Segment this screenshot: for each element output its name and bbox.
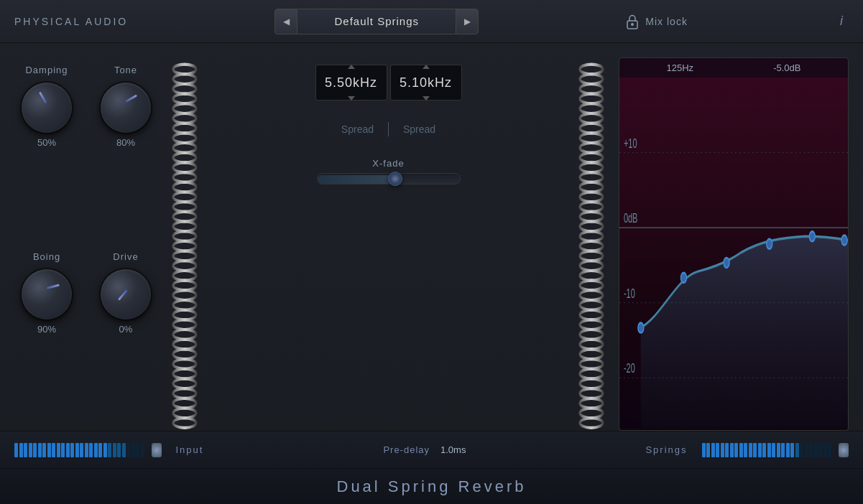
brand-name: PHYSICAL AUDIO <box>14 16 128 27</box>
meter-bar <box>781 443 785 457</box>
boing-value: 90% <box>37 324 56 335</box>
springs-label: Springs <box>645 444 687 455</box>
meter-bar <box>814 443 818 457</box>
meter-bar <box>89 443 93 457</box>
meter-bar <box>716 443 719 457</box>
freq-box-left[interactable]: 5.50kHz <box>315 65 387 101</box>
meter-bar <box>75 443 79 457</box>
meter-bar <box>711 443 715 457</box>
meter-bar <box>749 443 752 457</box>
svg-point-27 <box>173 310 196 320</box>
meter-bar <box>136 443 139 457</box>
freq-box-right[interactable]: 5.10kHz <box>390 65 462 101</box>
meter-bar <box>108 443 111 457</box>
meter-bar <box>706 443 710 457</box>
boing-group: Boing 90% <box>14 251 79 431</box>
svg-text:-10: -10 <box>624 286 635 301</box>
svg-point-19 <box>173 231 196 241</box>
boing-label: Boing <box>33 251 60 262</box>
svg-point-90 <box>841 235 847 246</box>
drive-value: 0% <box>119 324 133 335</box>
svg-point-16 <box>173 202 196 212</box>
freq-right-down-arrow[interactable] <box>423 96 430 101</box>
svg-point-62 <box>580 290 603 300</box>
svg-point-59 <box>580 261 603 271</box>
meter-bar <box>19 443 23 457</box>
freq-right-up-arrow[interactable] <box>423 65 430 69</box>
springs-meter-thumb[interactable] <box>839 443 849 457</box>
left-spring <box>169 57 201 431</box>
boing-knob[interactable] <box>22 269 72 319</box>
meter-bar <box>730 443 734 457</box>
meter-bar <box>818 443 822 457</box>
svg-point-64 <box>580 310 603 320</box>
freq-right-value: 5.10kHz <box>400 75 452 90</box>
meter-bar <box>702 443 706 457</box>
meter-bar <box>753 443 757 457</box>
predelay-label: Pre-delay <box>383 444 430 455</box>
svg-point-86 <box>680 273 686 283</box>
svg-point-89 <box>809 231 815 241</box>
svg-text:-20: -20 <box>624 360 635 375</box>
input-label: Input <box>176 444 204 455</box>
tone-knob[interactable] <box>101 83 151 133</box>
freq-left-down-arrow[interactable] <box>348 96 355 101</box>
meter-bar <box>52 443 55 457</box>
eq-canvas[interactable]: +10 0dB -10 -20 <box>619 78 848 428</box>
springs-meter-bars <box>702 443 832 457</box>
meter-bar <box>24 443 27 457</box>
meter-bar <box>117 443 121 457</box>
svg-point-25 <box>173 290 196 300</box>
mix-lock-label: Mix lock <box>645 16 688 27</box>
mix-lock-button[interactable]: Mix lock <box>625 13 688 30</box>
lock-icon <box>625 13 640 30</box>
plugin-container: PHYSICAL AUDIO ◀ Default Springs ▶ Mix l… <box>0 0 863 504</box>
tone-group: Tone 80% <box>93 65 158 244</box>
spread-container: Spread Spread <box>327 122 450 136</box>
svg-point-17 <box>173 212 196 222</box>
next-preset-button[interactable]: ▶ <box>456 9 479 34</box>
input-meter-group <box>14 443 162 457</box>
drive-knob[interactable] <box>101 269 151 319</box>
svg-point-26 <box>173 300 196 310</box>
meter-bar <box>762 443 766 457</box>
eq-display: 125Hz -5.0dB <box>619 57 849 431</box>
prev-preset-button[interactable]: ◀ <box>274 9 297 34</box>
meter-bar <box>94 443 98 457</box>
meter-bar <box>828 443 831 457</box>
damping-value: 50% <box>37 137 56 148</box>
damping-knob[interactable] <box>22 83 72 133</box>
damping-label: Damping <box>25 65 68 75</box>
info-button[interactable]: i <box>834 14 849 29</box>
meter-bar <box>725 443 729 457</box>
eq-header: 125Hz -5.0dB <box>619 58 848 78</box>
product-footer: Dual Spring Reverb <box>0 468 863 504</box>
svg-point-2 <box>173 65 196 75</box>
freq-left-up-arrow[interactable] <box>348 65 355 69</box>
preset-name[interactable]: Default Springs <box>297 9 456 34</box>
meter-bar <box>38 443 42 457</box>
meter-bar <box>85 443 88 457</box>
svg-point-21 <box>173 251 196 261</box>
svg-text:+10: +10 <box>624 135 637 150</box>
meter-bar <box>70 443 74 457</box>
meter-bar <box>744 443 747 457</box>
xfade-slider[interactable] <box>317 173 461 185</box>
product-name: Dual Spring Reverb <box>337 477 527 496</box>
knobs-panel: Damping 50% Tone 80% Boing 90 <box>14 57 158 431</box>
spread-left-label: Spread <box>327 123 388 135</box>
meter-bar <box>772 443 775 457</box>
preset-nav: ◀ Default Springs ▶ <box>274 9 479 34</box>
meter-bar <box>786 443 790 457</box>
svg-point-7 <box>173 113 196 123</box>
meter-bar <box>33 443 37 457</box>
svg-point-38 <box>173 418 196 428</box>
svg-point-39 <box>580 65 603 75</box>
svg-point-22 <box>173 261 196 271</box>
meter-bar <box>14 443 18 457</box>
xfade-thumb[interactable] <box>388 172 402 186</box>
input-meter-thumb[interactable] <box>152 443 162 457</box>
meter-bar <box>42 443 46 457</box>
svg-point-1 <box>631 23 634 26</box>
input-meter-bars <box>14 443 144 457</box>
